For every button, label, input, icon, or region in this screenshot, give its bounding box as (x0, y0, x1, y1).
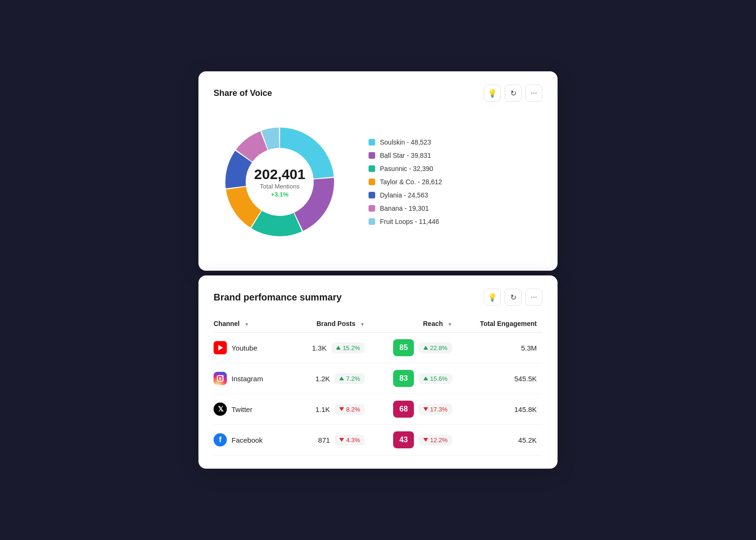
posts-change-badge: 8.2% (335, 404, 365, 415)
channel-name: Instagram (232, 375, 263, 383)
posts-change-pct: 7.2% (346, 375, 360, 382)
legend-item: Dylania - 24,563 (369, 191, 442, 199)
reach-change-badge: 22.8% (419, 343, 452, 353)
table-row: Instagram 1.2K 7.2% 83 15.6% (214, 363, 542, 394)
table-row: Youtube 1.3K 15.2% 85 22.8% (214, 333, 542, 363)
perf-refresh-button[interactable]: ↻ (505, 289, 522, 306)
posts-value: 1.2K (313, 375, 330, 383)
performance-table-wrap: Channel ▼ Brand Posts ▼ Reach ▼ Total En… (214, 315, 542, 455)
posts-change-pct: 4.3% (346, 437, 360, 444)
down-arrow (339, 407, 344, 411)
channel-cell: Instagram (214, 363, 288, 394)
posts-cell: 1.1K 8.2% (288, 394, 370, 425)
sov-legend: Soulskin - 48,523Ball Star - 39,831Pasun… (369, 138, 442, 225)
sov-bulb-button[interactable]: 💡 (484, 85, 501, 102)
legend-label: Ball Star - 39,831 (380, 152, 431, 159)
perf-bulb-button[interactable]: 💡 (484, 289, 501, 306)
legend-dot (369, 218, 375, 225)
legend-item: Ball Star - 39,831 (369, 152, 442, 159)
legend-dot (369, 192, 375, 198)
posts-cell: 871 4.3% (288, 425, 370, 455)
posts-change-badge: 7.2% (335, 373, 365, 384)
up-arrow (336, 346, 341, 350)
reach-cell: 68 17.3% (370, 394, 458, 425)
share-of-voice-card: Share of Voice 💡 ↻ ··· 202,401 Total Men… (198, 71, 558, 271)
reach-change-badge: 12.2% (419, 435, 452, 446)
donut-center: 202,401 Total Mentions +3.1% (254, 166, 305, 198)
youtube-icon (214, 341, 227, 354)
legend-dot (369, 139, 375, 146)
posts-change-badge: 4.3% (335, 435, 365, 446)
perf-header: Brand perfomance summary 💡 ↻ ··· (214, 289, 542, 306)
posts-cell: 1.2K 7.2% (288, 363, 370, 394)
table-body: Youtube 1.3K 15.2% 85 22.8% (214, 333, 542, 455)
reach-score: 83 (393, 370, 414, 387)
legend-label: Banana - 19,301 (380, 205, 429, 212)
channel-sort-icon: ▼ (244, 322, 249, 327)
legend-dot (369, 205, 375, 212)
sov-refresh-button[interactable]: ↻ (505, 85, 522, 102)
instagram-icon (214, 372, 227, 385)
legend-label: Dylania - 24,563 (380, 191, 428, 199)
sov-more-button[interactable]: ··· (525, 85, 542, 102)
col-reach[interactable]: Reach ▼ (370, 315, 458, 333)
legend-label: Fruit Loops - 11,446 (380, 218, 439, 225)
posts-sort-icon: ▼ (360, 322, 365, 327)
down-arrow (423, 407, 428, 411)
performance-table: Channel ▼ Brand Posts ▼ Reach ▼ Total En… (214, 315, 542, 455)
legend-item: Pasunnic - 32,390 (369, 165, 442, 172)
reach-score: 68 (393, 401, 414, 418)
perf-title: Brand perfomance summary (214, 292, 342, 303)
reach-cell: 43 12.2% (370, 425, 458, 455)
facebook-icon: f (214, 433, 227, 446)
reach-cell: 83 15.6% (370, 363, 458, 394)
sov-actions: 💡 ↻ ··· (484, 85, 542, 102)
posts-change-pct: 8.2% (346, 406, 360, 413)
channel-cell: 𝕏 Twitter (214, 394, 288, 425)
up-arrow (339, 377, 344, 380)
perf-actions: 💡 ↻ ··· (484, 289, 542, 306)
up-arrow (423, 377, 428, 380)
legend-item: Fruit Loops - 11,446 (369, 218, 442, 225)
engagement-cell: 545.5K (458, 363, 542, 394)
sov-header: Share of Voice 💡 ↻ ··· (214, 85, 542, 102)
reach-change-badge: 15.6% (419, 373, 452, 384)
sov-content: 202,401 Total Mentions +3.1% Soulskin - … (214, 111, 542, 257)
perf-more-button[interactable]: ··· (525, 289, 542, 306)
donut-label: Total Mentions (254, 183, 305, 190)
posts-value: 1.3K (309, 344, 326, 352)
reach-sort-icon: ▼ (447, 322, 452, 327)
channel-name: Twitter (232, 405, 252, 413)
donut-chart: 202,401 Total Mentions +3.1% (214, 116, 346, 248)
engagement-cell: 145.8K (458, 394, 542, 425)
table-header: Channel ▼ Brand Posts ▼ Reach ▼ Total En… (214, 315, 542, 333)
engagement-cell: 45.2K (458, 425, 542, 455)
col-channel[interactable]: Channel ▼ (214, 315, 288, 333)
engagement-cell: 5.3M (458, 333, 542, 363)
posts-change-badge: 15.2% (331, 343, 365, 353)
legend-dot (369, 179, 375, 185)
posts-change-pct: 15.2% (343, 344, 360, 351)
legend-item: Banana - 19,301 (369, 205, 442, 212)
reach-score: 43 (393, 431, 414, 448)
down-arrow (423, 438, 428, 442)
sov-title: Share of Voice (214, 88, 272, 98)
brand-performance-card: Brand perfomance summary 💡 ↻ ··· Channel… (198, 275, 558, 469)
legend-item: Taylor & Co. - 28,612 (369, 178, 442, 186)
channel-cell: Youtube (214, 333, 288, 363)
legend-label: Pasunnic - 32,390 (380, 165, 433, 172)
legend-item: Soulskin - 48,523 (369, 138, 442, 146)
legend-dot (369, 152, 375, 159)
legend-dot (369, 165, 375, 172)
table-row: 𝕏 Twitter 1.1K 8.2% 68 (214, 394, 542, 425)
channel-name: Youtube (232, 344, 258, 352)
table-row: f Facebook 871 4.3% 43 (214, 425, 542, 455)
legend-label: Soulskin - 48,523 (380, 138, 431, 146)
reach-cell: 85 22.8% (370, 333, 458, 363)
col-posts[interactable]: Brand Posts ▼ (288, 315, 370, 333)
posts-cell: 1.3K 15.2% (288, 333, 370, 363)
legend-label: Taylor & Co. - 28,612 (380, 178, 442, 186)
posts-value: 871 (313, 436, 330, 444)
reach-score: 85 (393, 339, 414, 356)
channel-cell: f Facebook (214, 425, 288, 455)
